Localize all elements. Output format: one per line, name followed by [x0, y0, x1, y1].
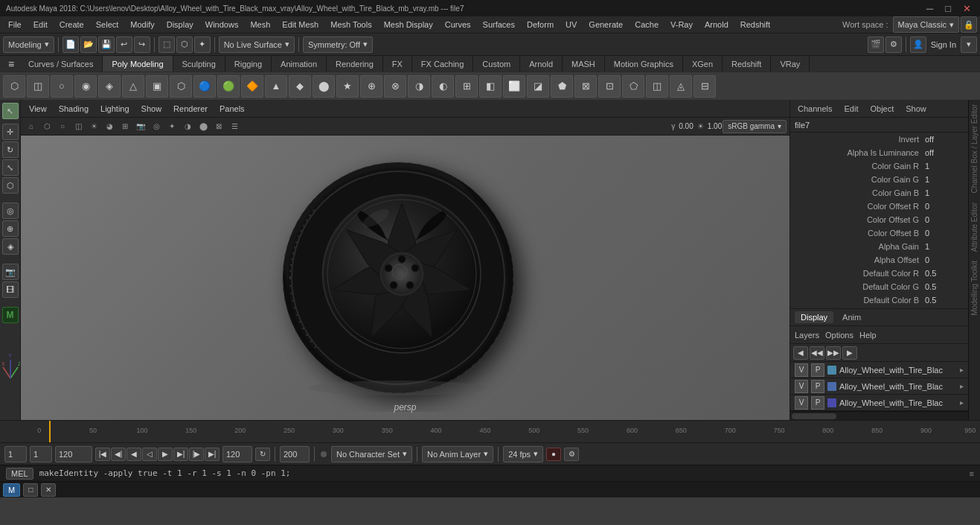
- viewport-gamma-dropdown[interactable]: sRGB gamma ▾: [723, 120, 787, 133]
- layer-prev2-button[interactable]: ◀◀: [810, 346, 824, 360]
- channel-value-cgg[interactable]: 1: [919, 175, 964, 184]
- shelf-icon-20[interactable]: ⊞: [455, 75, 478, 98]
- layer-name-2[interactable]: Alloy_Wheel_with_Tire_Blac: [839, 382, 957, 391]
- vp-menu-shading[interactable]: Shading: [55, 103, 92, 115]
- layers-scrollbar-thumb[interactable]: [792, 413, 836, 419]
- layer-name-1[interactable]: Alloy_Wheel_with_Tire_Blac: [839, 366, 957, 375]
- shelf-left-arrow[interactable]: ≡: [3, 56, 19, 72]
- workspace-dropdown[interactable]: Maya Classic ▾: [893, 16, 959, 33]
- channel-value-ag[interactable]: 1: [919, 242, 964, 251]
- tab-sculpting[interactable]: Sculpting: [173, 56, 225, 72]
- paint-tool-button[interactable]: ✦: [194, 36, 211, 53]
- loop-button[interactable]: ↻: [255, 448, 270, 461]
- menu-edit-mesh[interactable]: Edit Mesh: [277, 19, 324, 31]
- shelf-icon-4[interactable]: ◉: [74, 75, 97, 98]
- channel-value-cob[interactable]: 0: [919, 229, 964, 238]
- frame-end-field[interactable]: 120: [222, 446, 252, 462]
- snap-button[interactable]: ⊕: [2, 220, 19, 237]
- tab-display[interactable]: Display: [795, 311, 833, 323]
- layer-next2-button[interactable]: ▶▶: [826, 346, 841, 360]
- menu-select[interactable]: Select: [91, 19, 124, 31]
- tab-animation[interactable]: Animation: [272, 56, 327, 72]
- tab-redshift[interactable]: Redshift: [723, 56, 771, 72]
- shelf-icon-3[interactable]: ○: [51, 75, 73, 98]
- shelf-icon-10[interactable]: 🟢: [217, 75, 240, 98]
- shelf-icon-21[interactable]: ◧: [479, 75, 502, 98]
- shelf-icon-26[interactable]: ⊡: [598, 75, 621, 98]
- frame-current-field[interactable]: 1: [30, 446, 52, 462]
- layer-playback-1[interactable]: P: [811, 363, 824, 377]
- channel-value-ao[interactable]: 0: [919, 255, 964, 264]
- layer-visibility-3[interactable]: V: [795, 396, 808, 410]
- menu-mesh-tools[interactable]: Mesh Tools: [325, 19, 377, 31]
- timeline[interactable]: 0 50 100 150 200 250 300 350 400 450 500…: [0, 420, 980, 442]
- shelf-icon-7[interactable]: ▣: [146, 75, 168, 98]
- menu-generate[interactable]: Generate: [583, 19, 628, 31]
- menu-cache[interactable]: Cache: [630, 19, 664, 31]
- command-line[interactable]: makeIdentity -apply true -t 1 -r 1 -s 1 …: [39, 468, 964, 478]
- workspace-lock-button[interactable]: 🔒: [961, 16, 977, 33]
- vp-menu-renderer[interactable]: Renderer: [170, 103, 211, 115]
- shelf-icon-14[interactable]: ⬤: [313, 75, 335, 98]
- menu-deform[interactable]: Deform: [522, 19, 559, 31]
- layers-btn-options[interactable]: Options: [825, 331, 854, 340]
- play-back-button[interactable]: ◁: [142, 448, 157, 461]
- modelling-toolkit-label[interactable]: Modelling Toolkit: [969, 256, 980, 320]
- tab-fx[interactable]: FX: [383, 56, 412, 72]
- frame-range-slider[interactable]: 120: [55, 446, 92, 462]
- layer-visibility-1[interactable]: V: [795, 363, 808, 377]
- shelf-icon-24[interactable]: ⬟: [551, 75, 573, 98]
- vp-msaa-button[interactable]: ⊠: [211, 119, 226, 134]
- shelf-icon-2[interactable]: ◫: [27, 75, 49, 98]
- channel-value-dcg[interactable]: 0.5: [919, 282, 964, 291]
- channel-tab-channels[interactable]: Channels: [795, 103, 835, 115]
- layer-visibility-2[interactable]: V: [795, 380, 808, 393]
- play-end-button[interactable]: ▶|: [205, 448, 220, 461]
- vp-menu-view[interactable]: View: [25, 103, 51, 115]
- minimize-button[interactable]: ─: [923, 3, 936, 14]
- vp-menu-lighting[interactable]: Lighting: [97, 103, 133, 115]
- prev-frame-button[interactable]: ◀|: [111, 448, 126, 461]
- camera-button[interactable]: 📷: [2, 264, 19, 280]
- tab-mash[interactable]: MASH: [563, 56, 605, 72]
- layer-playback-3[interactable]: P: [811, 396, 824, 410]
- play-start-button[interactable]: |◀: [95, 448, 110, 461]
- canvas-3d[interactable]: persp: [21, 136, 790, 420]
- soft-select-button[interactable]: ◎: [2, 203, 19, 219]
- shelf-icon-22[interactable]: ⬜: [503, 75, 525, 98]
- save-file-button[interactable]: 💾: [98, 36, 115, 53]
- channel-tab-object[interactable]: Object: [867, 103, 897, 115]
- script-language[interactable]: MEL: [6, 468, 33, 480]
- menu-redshift[interactable]: Redshift: [735, 19, 775, 31]
- shelf-icon-17[interactable]: ⊗: [384, 75, 406, 98]
- show-manip-button[interactable]: ◈: [2, 238, 19, 255]
- auto-key-button[interactable]: ●: [546, 448, 561, 461]
- menu-edit[interactable]: Edit: [28, 19, 53, 31]
- mode-dropdown[interactable]: Modeling ▾: [3, 36, 54, 53]
- render-button[interactable]: 🎬: [868, 36, 884, 53]
- tab-poly-modeling[interactable]: Poly Modeling: [103, 56, 173, 72]
- vp-isolate-button[interactable]: ◎: [149, 119, 164, 134]
- undo-button[interactable]: ↩: [116, 36, 132, 53]
- tab-rigging[interactable]: Rigging: [225, 56, 272, 72]
- vp-menu-panels[interactable]: Panels: [216, 103, 249, 115]
- shelf-icon-29[interactable]: ◬: [670, 75, 692, 98]
- layer-name-3[interactable]: Alloy_Wheel_with_Tire_Blac: [839, 398, 957, 407]
- menu-mesh-display[interactable]: Mesh Display: [379, 19, 438, 31]
- vp-ao-button[interactable]: ◑: [180, 119, 195, 134]
- channel-value-alpha-lum[interactable]: off: [919, 148, 964, 157]
- menu-file[interactable]: File: [3, 19, 27, 31]
- play-fwd-button[interactable]: ▶: [158, 448, 173, 461]
- select-tool-button[interactable]: ⬚: [158, 36, 175, 53]
- layers-scrollbar[interactable]: [790, 411, 968, 420]
- tab-curves-surfaces[interactable]: Curves / Surfaces: [19, 56, 103, 72]
- vp-texture-button[interactable]: ◫: [71, 119, 86, 134]
- menu-vray[interactable]: V-Ray: [665, 19, 698, 31]
- layer-next-button[interactable]: ▶: [842, 346, 857, 360]
- vp-wireframe-button[interactable]: ⬡: [39, 119, 54, 134]
- menu-surfaces[interactable]: Surfaces: [478, 19, 520, 31]
- attribute-editor-label[interactable]: Attribute Editor: [969, 198, 980, 256]
- layers-btn-layers[interactable]: Layers: [795, 331, 819, 340]
- vp-light-button[interactable]: ☀: [86, 119, 101, 134]
- channel-value-dcb[interactable]: 0.5: [919, 296, 964, 305]
